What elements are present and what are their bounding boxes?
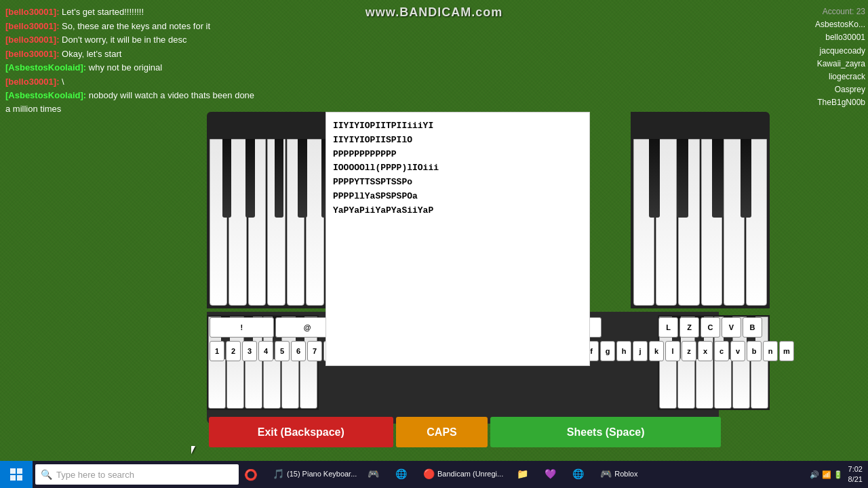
piano-black-keys-overlay [633, 139, 767, 218]
user-item-3: jacquecoady [776, 45, 865, 58]
user-item-2: bello30001 [776, 31, 865, 44]
sheet-area: IIYIYIOPIITPIIiiiYI IIYIYIOPIISPIlO PPPP… [326, 112, 590, 366]
user-item-7: TheB1gN00b [776, 96, 865, 109]
piano-key-black[interactable] [649, 139, 660, 218]
mouse-cursor [191, 446, 199, 458]
key-b[interactable]: b [747, 341, 762, 361]
piano-key-black[interactable] [712, 139, 724, 218]
chat-line-1: [bello30001]: Let's get started!!!!!!!! [5, 5, 259, 19]
black-key-gap [725, 139, 739, 218]
taskbar-app-browser2[interactable]: 🌐 [566, 461, 593, 488]
key-5[interactable]: 5 [275, 341, 290, 361]
key-V[interactable]: V [722, 317, 741, 338]
piano-key-black[interactable] [275, 139, 283, 218]
key-4[interactable]: 4 [258, 341, 273, 361]
start-button[interactable] [0, 461, 33, 488]
right-symbol-keys: L Z C V B [658, 315, 763, 339]
sheets-button[interactable]: Sheets (Space) [490, 417, 721, 447]
piano-key-black[interactable] [741, 139, 752, 218]
key-1[interactable]: 1 [210, 341, 224, 361]
svg-rect-0 [10, 468, 16, 474]
taskbar-app-bandicam[interactable]: 🔴 Bandicam (Unregi... [416, 461, 510, 488]
user-item-4: Kawaii_zayra [776, 58, 865, 70]
taskbar-app-explorer[interactable]: 📁 [510, 461, 538, 488]
piano-app-label: (15) Piano Keyboar... [287, 470, 357, 478]
browser-icon: 🌐 [395, 468, 407, 479]
taskbar-clock: 7:02 8/21 [848, 464, 863, 485]
taskbar-time: 7:02 [848, 464, 863, 474]
key-Z[interactable]: Z [679, 317, 699, 338]
black-key-gap [233, 139, 244, 218]
search-placeholder: Type here to search [56, 470, 134, 480]
key-3[interactable]: 3 [242, 341, 257, 361]
key-l[interactable]: l [665, 341, 680, 361]
user-list-header: Account: 23 [776, 5, 865, 18]
key-n[interactable]: n [763, 341, 778, 361]
chat-panel: [bello30001]: Let's get started!!!!!!!! … [0, 0, 264, 121]
taskbar-app-game[interactable]: 🎮 [361, 461, 389, 488]
key-h[interactable]: h [616, 341, 631, 361]
black-key-gap [661, 139, 675, 218]
black-key-gap [633, 139, 648, 218]
cortana-button[interactable]: ⭕ [239, 461, 263, 488]
key-g[interactable]: g [600, 341, 615, 361]
chat-line-5: [AsbestosKoolaid]: why not be original [5, 61, 259, 75]
user-item-6: Oasprey [776, 83, 865, 96]
black-key-gap [753, 139, 767, 218]
key-j[interactable]: j [633, 341, 648, 361]
taskbar-app-piano[interactable]: 🎵 (15) Piano Keyboar... [266, 461, 361, 488]
taskbar-date: 8/21 [848, 474, 863, 485]
bandicam-label: Bandicam (Unregi... [437, 470, 503, 478]
key-C[interactable]: C [701, 317, 720, 338]
piano-key-black[interactable] [298, 139, 307, 218]
taskbar-app-roblox[interactable]: 🎮 Roblox [593, 461, 644, 488]
key-L[interactable]: L [658, 317, 678, 338]
taskbar-app-browser1[interactable]: 🌐 [389, 461, 416, 488]
taskbar-apps: 🎵 (15) Piano Keyboar... 🎮 🌐 🔴 Bandicam (… [266, 461, 810, 488]
chat-text-4: Okay, let's start [62, 49, 121, 59]
key-exclamation[interactable]: ! [210, 317, 274, 338]
explorer-icon: 📁 [517, 468, 528, 479]
black-key-gap [690, 139, 711, 218]
user-item-1: AsbestosKo... [776, 18, 865, 31]
piano-key-black[interactable] [222, 139, 231, 218]
taskbar-app-purple[interactable]: 💜 [538, 461, 566, 488]
key-2[interactable]: 2 [226, 341, 241, 361]
svg-rect-3 [17, 475, 22, 481]
user-list: Account: 23 AsbestosKo... bello30001 jac… [773, 0, 868, 115]
chat-text-2: So, these are the keys and notes for it [62, 21, 210, 31]
search-icon: 🔍 [41, 469, 52, 480]
chat-line-6: [bello30001]: \ [5, 75, 259, 89]
key-c[interactable]: c [714, 341, 729, 361]
chat-text-6: \ [62, 77, 64, 87]
chat-username-7: [AsbestosKoolaid]: [5, 90, 86, 100]
chat-username-6: [bello30001]: [5, 77, 59, 87]
chat-text-1: Let's get started!!!!!!!! [62, 7, 144, 17]
chat-username-1: [bello30001]: [5, 7, 59, 17]
chat-username-5: [AsbestosKoolaid]: [5, 62, 86, 73]
chat-username-3: [bello30001]: [5, 35, 59, 45]
caps-button[interactable]: CAPS [396, 417, 488, 447]
sheet-text: IIYIYIOPIITPIIiiiYI IIYIYIOPIISPIlO PPPP… [333, 119, 583, 218]
key-m[interactable]: m [779, 341, 794, 361]
exit-button[interactable]: Exit (Backspace) [209, 417, 393, 447]
chat-username-2: [bello30001]: [5, 21, 59, 31]
taskbar-search-box[interactable]: 🔍 Type here to search [35, 464, 239, 485]
key-x[interactable]: x [698, 341, 713, 361]
piano-black-keys-overlay [210, 139, 343, 218]
key-z[interactable]: z [682, 341, 696, 361]
piano-key-black[interactable] [677, 139, 688, 218]
key-v[interactable]: v [730, 341, 745, 361]
key-6[interactable]: 6 [291, 341, 306, 361]
bottom-buttons: Exit (Backspace) CAPS Sheets (Space) [209, 417, 721, 447]
watermark: www.BANDICAM.com [366, 5, 502, 20]
chat-line-3: [bello30001]: Don't worry, it will be in… [5, 33, 259, 47]
piano-key-black[interactable] [245, 139, 254, 218]
black-key-gap [210, 139, 221, 218]
user-item-5: liogecrack [776, 70, 865, 83]
chat-text-5: why not be original [89, 62, 162, 73]
roblox-icon: 🎮 [600, 468, 612, 479]
key-B[interactable]: B [743, 317, 762, 338]
key-7[interactable]: 7 [307, 341, 322, 361]
key-k[interactable]: k [649, 341, 664, 361]
